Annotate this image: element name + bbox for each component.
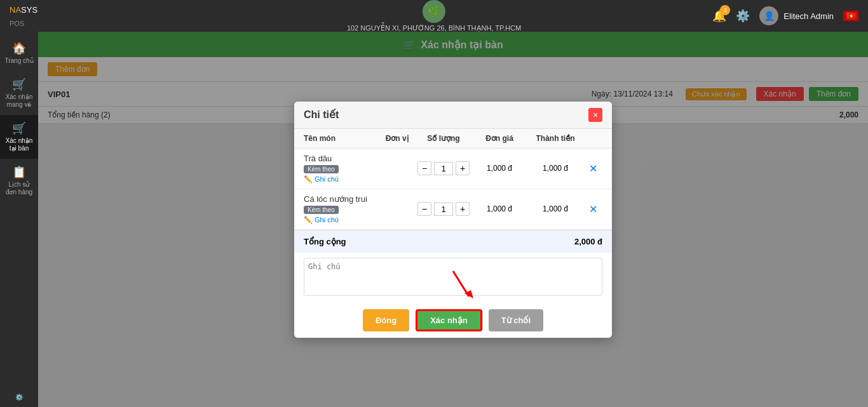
modal-title: Chi tiết [304, 109, 339, 121]
sidebar-item-xacnhanban[interactable]: 🛒 Xác nhận tại bàn [0, 115, 38, 159]
settings-icon[interactable]: ⚙️ [736, 9, 750, 23]
item-1-tag: Kèm theo [304, 165, 339, 173]
modal-header: Chi tiết × [294, 102, 612, 129]
item-1-delete[interactable]: ✕ [583, 163, 602, 175]
content-area: 🛒 Xác nhận tại bàn Thêm đơn VIP01 Ngày: … [38, 32, 868, 407]
sidebar: 🏠 Trang chủ 🛒 Xác nhận mang về 🛒 Xác nhậ… [0, 32, 38, 407]
item-2-tag: Kèm theo [304, 206, 339, 214]
item-2-name: Cá lóc nướng trui [304, 194, 378, 204]
sidebar-label-xacnhanban: Xác nhận tại bàn [3, 137, 35, 152]
modal-table-header: Tên món Đơn vị Số lượng Đơn giá Thành ti… [294, 129, 612, 149]
sidebar-label-mangve: Xác nhận mang về [3, 93, 35, 109]
xacnhan-modal-button[interactable]: Xác nhận [416, 309, 482, 331]
modal-total-amount: 2,000 đ [574, 237, 602, 246]
col-name: Tên món [304, 134, 378, 143]
sidebar-item-manghve[interactable]: 🛒 Xác nhận mang về [0, 71, 38, 115]
sidebar-bottom: ⚙️ [0, 387, 38, 407]
modal-overlay: Chi tiết × Tên món Đơn vị Số lượng Đơn g… [38, 32, 868, 407]
list-item: Trà dâu Kèm theo ✏️ Ghi chú − 1 [294, 149, 612, 189]
item-1-price: 1,000 đ [471, 164, 527, 173]
notification-badge: 3 [720, 5, 730, 15]
item-1-total: 1,000 đ [527, 164, 583, 173]
user-name: Elitech Admin [783, 11, 834, 21]
sidebar-item-trangchu[interactable]: 🏠 Trang chủ [0, 35, 38, 71]
item-2-delete[interactable]: ✕ [583, 203, 602, 215]
item-row-1: Trà dâu Kèm theo ✏️ Ghi chú − 1 [304, 154, 602, 183]
item-row-2: Cá lóc nướng trui Kèm theo ✏️ Ghi chú − [304, 194, 602, 224]
item-2-qty-control: − 1 + [416, 202, 471, 216]
avatar: 👤 [759, 6, 778, 25]
col-price: Đơn giá [471, 134, 527, 143]
item-2-name-col: Cá lóc nướng trui Kèm theo ✏️ Ghi chú [304, 194, 378, 224]
dong-button[interactable]: Đóng [363, 309, 409, 331]
user-info[interactable]: 👤 Elitech Admin [759, 6, 834, 25]
logo-sys: SYS [21, 5, 37, 15]
modal-total-label: Tổng cộng [304, 237, 346, 246]
notification-bell[interactable]: 🔔 3 [712, 9, 726, 23]
col-total: Thành tiền [527, 134, 583, 143]
red-arrow-annotation [447, 268, 485, 300]
logo: NASYS POS [10, 5, 37, 27]
item-2-price: 1,000 đ [471, 204, 527, 213]
item-1-qty-control: − 1 + [416, 161, 471, 175]
item-1-note-label: Ghi chú [315, 175, 339, 183]
tuchoi-button[interactable]: Từ chối [489, 309, 543, 331]
item-2-note-label: Ghi chú [315, 216, 339, 224]
col-qty: Số lượng [416, 134, 471, 143]
modal-close-button[interactable]: × [588, 108, 602, 122]
modal-items-list: Trà dâu Kèm theo ✏️ Ghi chú − 1 [294, 149, 612, 230]
sidebar-item-lichsu[interactable]: 📋 Lịch sử đơn hàng [0, 159, 38, 203]
detail-modal: Chi tiết × Tên món Đơn vị Số lượng Đơn g… [294, 102, 612, 338]
item-1-note: ✏️ Ghi chú [304, 175, 378, 183]
item-1-name-col: Trà dâu Kèm theo ✏️ Ghi chú [304, 154, 378, 183]
sidebar-label-lichsu: Lịch sử đơn hàng [3, 181, 35, 196]
navbar-center: 🌿 102 NGUYỄN XI, PHƯỜNG 26, BÌNH THẠNH, … [347, 0, 521, 32]
navbar: NASYS POS 🌿 102 NGUYỄN XI, PHƯỜNG 26, BÌ… [0, 0, 868, 32]
settings-bottom-icon: ⚙️ [15, 394, 23, 401]
item-2-total: 1,000 đ [527, 204, 583, 213]
item-2-qty-minus[interactable]: − [417, 202, 431, 216]
item-1-qty-plus[interactable]: + [456, 161, 470, 175]
history-icon: 📋 [12, 165, 26, 179]
item-2-qty-value: 1 [434, 203, 453, 216]
sidebar-label-trangchu: Trang chủ [4, 57, 33, 65]
navbar-right: 🔔 3 ⚙️ 👤 Elitech Admin 🇻🇳 [712, 6, 858, 25]
list-item: Cá lóc nướng trui Kèm theo ✏️ Ghi chú − [294, 189, 612, 230]
home-icon: 🏠 [12, 41, 26, 55]
main-layout: 🏠 Trang chủ 🛒 Xác nhận mang về 🛒 Xác nhậ… [0, 32, 868, 407]
logo-pos: POS [10, 20, 37, 27]
sidebar-settings[interactable]: ⚙️ [0, 387, 38, 407]
modal-footer: Đóng Xác nhận Từ chối [294, 303, 612, 338]
modal-total-row: Tổng cộng 2,000 đ [294, 230, 612, 253]
takeaway-icon: 🛒 [12, 77, 26, 91]
language-flag[interactable]: 🇻🇳 [843, 11, 858, 21]
item-1-qty-value: 1 [434, 162, 453, 175]
store-address: 102 NGUYỄN XI, PHƯỜNG 26, BÌNH THẠNH, TP… [347, 24, 521, 32]
brand-logo-icon: 🌿 [423, 0, 445, 23]
logo-na: NA [10, 5, 21, 15]
item-2-qty-plus[interactable]: + [456, 202, 470, 216]
item-1-name: Trà dâu [304, 154, 378, 163]
col-unit: Đơn vị [378, 134, 416, 143]
item-2-note: ✏️ Ghi chú [304, 216, 378, 224]
col-action [583, 134, 602, 143]
table-confirm-icon: 🛒 [12, 121, 26, 135]
item-1-qty-minus[interactable]: − [417, 161, 431, 175]
